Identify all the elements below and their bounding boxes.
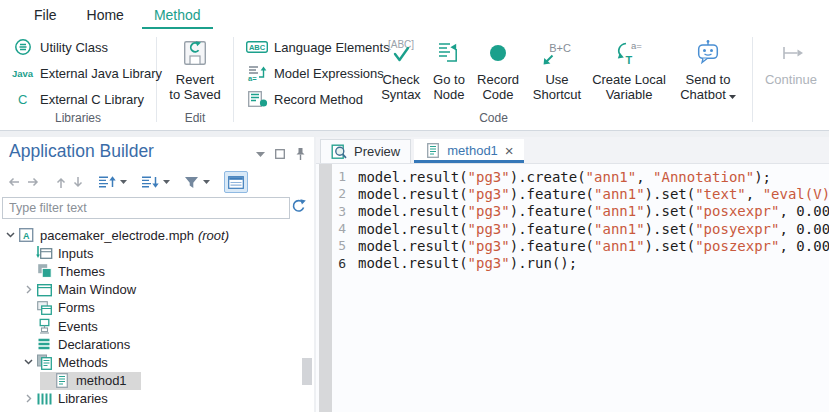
chevron-down-icon[interactable]	[729, 87, 736, 102]
code-line-1[interactable]: 1model.result("pg3").create("ann1", "Ann…	[332, 168, 829, 185]
tree-item-inputs[interactable]: Inputs	[0, 244, 302, 262]
move-node-down-icon[interactable]	[141, 171, 159, 193]
methods-icon	[35, 354, 53, 370]
go-to-node-icon	[434, 37, 464, 69]
check-syntax-button[interactable]: [ABC]CheckSyntax	[378, 37, 424, 102]
check-syntax-icon: [ABC]	[384, 37, 418, 69]
model-expressions-icon: a=	[244, 65, 270, 82]
refresh-icon[interactable]	[291, 199, 306, 217]
tree-item-suffix: (root)	[198, 228, 229, 243]
use-shortcut-button[interactable]: B+CUseShortcut	[526, 37, 588, 102]
application-builder-panel: Application Builder Apacemaker_electrode…	[0, 137, 314, 412]
utility-class-icon	[10, 37, 36, 57]
c-library-icon: C	[10, 91, 36, 107]
code-line-6[interactable]: 6model.result("pg3").run();	[332, 254, 829, 271]
external-c-library-button[interactable]: CExternal C Library	[10, 89, 144, 109]
tree-item-events[interactable]: Events	[0, 317, 302, 335]
ribbon-group-libraries: Utility ClassJavaExternal Java LibraryCE…	[0, 29, 156, 130]
tree-item-label: Main Window	[58, 282, 136, 297]
tree-item-content: Declarations	[22, 335, 144, 353]
close-tab-icon[interactable]: ×	[505, 143, 514, 158]
code-line-3[interactable]: 3model.result("pg3").feature("ann1").set…	[332, 203, 829, 220]
ribbon-item-label: Utility Class	[40, 40, 108, 55]
code-line-4[interactable]: 4model.result("pg3").feature("ann1").set…	[332, 220, 829, 237]
svg-text:[ABC]: [ABC]	[388, 39, 414, 50]
ribbon-button-label: UseShortcut	[533, 72, 581, 102]
editor-tab-preview[interactable]: Preview	[320, 139, 411, 163]
code-text: model.result("pg3").feature("ann1").set(…	[358, 221, 829, 237]
create-local-variable-icon: a=T	[611, 37, 647, 69]
method-icon	[424, 143, 441, 158]
tree-item-forms[interactable]: Forms	[0, 299, 302, 317]
tree-item-content: Inputs	[22, 244, 107, 262]
external-java-library-button[interactable]: JavaExternal Java Library	[10, 63, 162, 83]
breakpoint-margin[interactable]	[319, 164, 332, 412]
menu-tab-method[interactable]: Method	[142, 4, 213, 29]
line-number: 3	[332, 204, 346, 219]
filter-icon[interactable]	[184, 171, 199, 193]
create-local-variable-button[interactable]: a=TCreate LocalVariable	[590, 37, 668, 102]
forward-arrow-icon[interactable]	[26, 171, 41, 193]
record-code-button[interactable]: RecordCode	[474, 37, 522, 102]
menu-tab-file[interactable]: File	[22, 4, 69, 29]
language-elements-button[interactable]: ABCLanguage Elements	[244, 37, 390, 57]
tree-item-libraries[interactable]: Libraries	[0, 390, 302, 408]
record-method-button[interactable]: Record Method	[244, 89, 363, 109]
utility-class-button[interactable]: Utility Class	[10, 37, 108, 57]
ribbon-group-continue: Continue	[753, 29, 829, 130]
svg-text:Java: Java	[12, 68, 34, 79]
chevron-collapsed-icon[interactable]	[22, 285, 35, 294]
ribbon-button-label: Send toChatbot	[680, 72, 736, 102]
move-up-dropdown-icon[interactable]	[120, 171, 127, 193]
code-text: model.result("pg3").feature("ann1").set(…	[358, 186, 829, 202]
tree-item-pacemaker-electrode-mph[interactable]: Apacemaker_electrode.mph(root)	[0, 226, 302, 244]
float-window-icon[interactable]	[275, 149, 285, 159]
tree-item-content: Themes	[22, 262, 119, 280]
ribbon-group-label: Libraries	[0, 111, 156, 125]
chevron-collapsed-icon[interactable]	[22, 394, 35, 403]
filter-dropdown-icon[interactable]	[203, 171, 210, 193]
code-line-5[interactable]: 5model.result("pg3").feature("ann1").set…	[332, 237, 829, 254]
down-arrow-icon[interactable]	[72, 171, 84, 193]
code-lines: 1model.result("pg3").create("ann1", "Ann…	[332, 168, 829, 272]
tree-item-content: Apacemaker_electrode.mph(root)	[4, 226, 243, 244]
chevron-expanded-icon[interactable]	[22, 359, 35, 365]
go-to-node-button[interactable]: Go toNode	[426, 37, 472, 102]
tree-item-label: method1	[76, 373, 127, 388]
menu-tab-home[interactable]: Home	[75, 4, 136, 29]
pin-icon[interactable]	[295, 147, 306, 161]
tree-scrollbar-thumb[interactable]	[302, 358, 312, 385]
tree-item-method1[interactable]: method1	[0, 372, 302, 390]
panel-menu-chevron-icon[interactable]	[256, 152, 265, 157]
model-expressions-button[interactable]: a=Model Expressions	[244, 63, 384, 83]
tree-item-label: Libraries	[58, 391, 108, 406]
tree-item-themes[interactable]: Themes	[0, 262, 302, 280]
menu-bar: FileHomeMethod	[0, 0, 829, 29]
code-editor[interactable]: 1model.result("pg3").create("ann1", "Ann…	[316, 164, 829, 412]
ribbon-item-label: External C Library	[40, 92, 144, 107]
send-to-chatbot-button[interactable]: Send toChatbot	[668, 37, 748, 102]
panel-header-icons	[256, 147, 306, 161]
themes-icon	[35, 263, 53, 279]
ribbon: Utility ClassJavaExternal Java LibraryCE…	[0, 29, 829, 131]
show-details-toggle-button[interactable]	[224, 171, 248, 193]
move-down-dropdown-icon[interactable]	[163, 171, 170, 193]
filter-input[interactable]	[2, 197, 290, 219]
tree-item-main-window[interactable]: Main Window	[0, 281, 302, 299]
code-line-2[interactable]: 2model.result("pg3").feature("ann1").set…	[332, 185, 829, 202]
tree-item-methods[interactable]: Methods	[0, 353, 302, 371]
chevron-expanded-icon[interactable]	[4, 232, 17, 238]
up-arrow-icon[interactable]	[55, 171, 67, 193]
revert-to-saved-button[interactable]: Revertto Saved	[163, 37, 227, 102]
svg-text:T: T	[626, 54, 633, 66]
continue-button[interactable]: Continue	[756, 37, 826, 87]
editor-tab-bar: Previewmethod1×	[316, 137, 829, 164]
events-icon	[35, 318, 53, 334]
line-number: 5	[332, 238, 346, 253]
editor-tab-method1[interactable]: method1×	[414, 139, 523, 163]
move-node-up-icon[interactable]	[98, 171, 116, 193]
tree-item-declarations[interactable]: Declarations	[0, 335, 302, 353]
back-arrow-icon[interactable]	[6, 171, 21, 193]
java-library-icon: Java	[10, 66, 36, 80]
ribbon-button-label: Create LocalVariable	[592, 72, 666, 102]
